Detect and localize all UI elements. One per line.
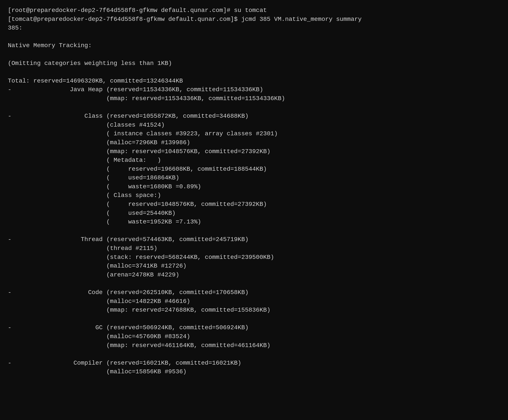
terminal-output: [root@preparedocker-dep2-7f64d558f8-gfkm… bbox=[8, 6, 500, 376]
